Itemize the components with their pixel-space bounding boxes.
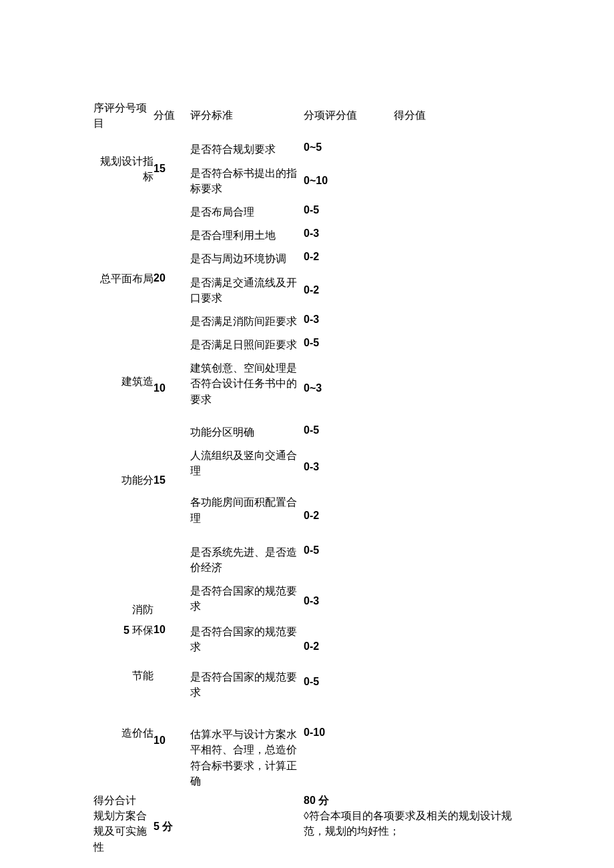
category-label: 功能分 xyxy=(93,420,154,540)
header-category: 序评分号项目 xyxy=(93,100,154,137)
category-score: 10 xyxy=(154,624,190,669)
subscore: 0-2 xyxy=(304,624,394,669)
plan-desc: ◊符合本项目的各项要求及相关的规划设计规范，规划的均好性； xyxy=(304,808,521,855)
plan-label: 规划方案合规及可实施性 xyxy=(93,808,154,855)
criteria-text: 是否符合国家的规范要求 xyxy=(190,624,304,669)
header-score: 分值 xyxy=(154,100,190,137)
subscore: 0-3 xyxy=(304,310,394,333)
table-row: 建筑造 10 建筑创意、空间处理是否符合设计任务书中的要求 0~3 xyxy=(93,356,521,420)
criteria-text: 是否系统先进、是否造价经济 xyxy=(190,540,304,579)
criteria-text: 是否符合国家的规范要求 xyxy=(190,579,304,623)
scoring-table: 序评分号项目 分值 评分标准 分项评分值 得分值 规划设计指标 15 是否符合规… xyxy=(93,100,521,855)
category-score: 20 xyxy=(154,200,190,356)
category-score: 10 xyxy=(154,727,190,793)
subscore: 0-2 xyxy=(304,247,394,270)
criteria-text: 各功能房间面积配置合理 xyxy=(190,490,304,540)
subscore: 0~10 xyxy=(304,161,394,200)
criteria-text: 是否符合规划要求 xyxy=(190,137,304,161)
subscore: 0~3 xyxy=(304,356,394,420)
total-label: 得分合计 xyxy=(93,793,304,808)
criteria-text: 人流组织及竖向交通合理 xyxy=(190,444,304,490)
category-label: 节能 xyxy=(93,669,154,727)
criteria-text: 是否满足日照间距要求 xyxy=(190,333,304,356)
category-label: 造价估 xyxy=(93,727,154,793)
subscore: 0-5 xyxy=(304,200,394,224)
category-label: 规划设计指标 xyxy=(93,137,154,200)
category-label: 5环保 xyxy=(93,624,154,669)
criteria-text: 是否符合标书提出的指标要求 xyxy=(190,161,304,200)
subscore: 0-5 xyxy=(304,420,394,444)
header-got: 得分值 xyxy=(394,100,521,137)
plan-score: 5 分 xyxy=(154,808,190,855)
criteria-text: 是否满足交通流线及开口要求 xyxy=(190,271,304,310)
category-label: 总平面布局 xyxy=(93,200,154,356)
plan-row: 规划方案合规及可实施性 5 分 ◊符合本项目的各项要求及相关的规划设计规范，规划… xyxy=(93,808,521,855)
criteria-text: 是否布局合理 xyxy=(190,200,304,224)
subscore: 0-3 xyxy=(304,444,394,490)
total-value-text: 80 分 xyxy=(304,795,329,806)
document-page: 序评分号项目 分值 评分标准 分项评分值 得分值 规划设计指标 15 是否符合规… xyxy=(0,0,614,855)
subscore: 0-3 xyxy=(304,224,394,247)
table-row: 功能分 15 功能分区明确 0-5 xyxy=(93,420,521,444)
total-value: 80 分 xyxy=(304,793,521,808)
category-text: 环保 xyxy=(132,624,154,636)
table-row: 造价估 10 估算水平与设计方案水平相符、合理，总造价符合标书要求，计算正确 0… xyxy=(93,727,521,793)
subscore: 0-2 xyxy=(304,490,394,540)
total-row: 得分合计 80 分 xyxy=(93,793,521,808)
table-row: 规划设计指标 15 是否符合规划要求 0~5 xyxy=(93,137,521,161)
subscore: 0-5 xyxy=(304,669,394,727)
table-header-row: 序评分号项目 分值 评分标准 分项评分值 得分值 xyxy=(93,100,521,137)
criteria-text: 是否满足消防间距要求 xyxy=(190,310,304,333)
category-label: 消防 xyxy=(93,540,154,624)
criteria-text: 是否与周边环境协调 xyxy=(190,247,304,270)
subscore: 0-5 xyxy=(304,540,394,579)
category-score: 10 xyxy=(154,356,190,420)
category-score: 15 xyxy=(154,420,190,540)
criteria-text: 是否合理利用土地 xyxy=(190,224,304,247)
table-row: 5环保 10 是否符合国家的规范要求 0-2 xyxy=(93,624,521,669)
subscore: 0~5 xyxy=(304,137,394,161)
criteria-text: 是否符合国家的规范要求 xyxy=(190,669,304,727)
subscore: 0-5 xyxy=(304,333,394,356)
subscore: 0-2 xyxy=(304,271,394,310)
subscore: 0-3 xyxy=(304,579,394,623)
table-row: 节能 是否符合国家的规范要求 0-5 xyxy=(93,669,521,727)
category-score: 15 xyxy=(154,137,190,200)
table-row: 消防 是否系统先进、是否造价经济 0-5 xyxy=(93,540,521,579)
subscore: 0-10 xyxy=(304,727,394,793)
criteria-text: 功能分区明确 xyxy=(190,420,304,444)
header-subscore: 分项评分值 xyxy=(304,100,394,137)
header-criteria: 评分标准 xyxy=(190,100,304,137)
criteria-text: 估算水平与设计方案水平相符、合理，总造价符合标书要求，计算正确 xyxy=(190,727,304,793)
table-row: 总平面布局 20 是否布局合理 0-5 xyxy=(93,200,521,224)
category-label: 建筑造 xyxy=(93,356,154,420)
row-index: 5 xyxy=(123,624,129,636)
criteria-text: 建筑创意、空间处理是否符合设计任务书中的要求 xyxy=(190,356,304,420)
